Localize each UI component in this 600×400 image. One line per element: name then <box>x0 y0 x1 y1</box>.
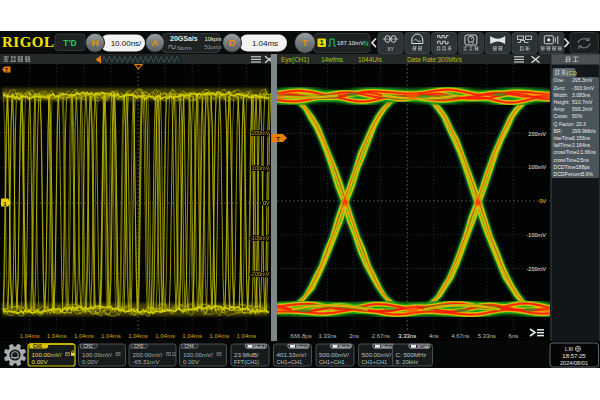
svg-text:1.33ns: 1.33ns <box>319 333 337 339</box>
svg-text:10kpts: 10kpts <box>204 36 221 42</box>
svg-text:4.67ns: 4.67ns <box>451 333 469 339</box>
svg-text:T'D: T'D <box>63 38 76 48</box>
svg-text:CH1: CH1 <box>33 344 43 349</box>
svg-text:1.04ms: 1.04ms <box>182 333 202 339</box>
svg-text:100mV: 100mV <box>252 165 270 171</box>
svg-text:401.33mV/: 401.33mV/ <box>277 351 307 358</box>
svg-text:666.8ps: 666.8ps <box>290 333 311 339</box>
svg-text:crossTime2:: crossTime2: <box>554 157 582 163</box>
svg-text:Cross:: Cross: <box>554 113 569 119</box>
svg-text:Norm: Norm <box>177 45 192 51</box>
svg-text:1.04ms: 1.04ms <box>252 39 278 48</box>
svg-text:Math3: Math3 <box>338 344 351 349</box>
svg-text:0V: 0V <box>263 200 270 206</box>
svg-text:Ω: Ω <box>172 351 176 357</box>
svg-text:0.00V: 0.00V <box>32 358 49 365</box>
svg-text:crossTime1:: crossTime1: <box>554 149 582 155</box>
svg-text:N: N <box>364 40 369 47</box>
svg-text:BR:: BR: <box>554 128 563 134</box>
svg-text:RIGOL: RIGOL <box>2 34 55 50</box>
svg-text:295.3mV: 295.3mV <box>572 77 593 83</box>
svg-text:5ns: 5ns <box>581 157 590 163</box>
svg-text:1.04ms: 1.04ms <box>74 333 94 339</box>
svg-text:200mV: 200mV <box>528 131 546 137</box>
svg-text:1.04ms: 1.04ms <box>47 333 67 339</box>
svg-text:100mV: 100mV <box>528 164 546 170</box>
svg-text:23.98dB/: 23.98dB/ <box>234 351 259 358</box>
svg-text:T: T <box>276 136 280 142</box>
svg-text:1044UIs: 1044UIs <box>358 56 382 63</box>
svg-text:500.00mV/: 500.00mV/ <box>362 351 392 358</box>
svg-text:1.04ms: 1.04ms <box>101 333 121 339</box>
svg-text:Data Rate:300Mb/s: Data Rate:300Mb/s <box>407 56 462 63</box>
svg-text:Eye(CH1): Eye(CH1) <box>281 56 309 64</box>
svg-text:200.00mV/: 200.00mV/ <box>133 351 163 358</box>
svg-text:-100mV: -100mV <box>526 232 546 238</box>
svg-text:510.7mV: 510.7mV <box>572 99 593 105</box>
svg-text:4ns: 4ns <box>429 333 439 339</box>
svg-text:5.6%: 5.6% <box>582 171 594 177</box>
svg-text:100.00mV/: 100.00mV/ <box>32 351 62 358</box>
svg-text:-200mV: -200mV <box>526 266 546 272</box>
svg-text:2.67ns: 2.67ns <box>372 333 390 339</box>
svg-text:-65.51mV: -65.51mV <box>133 358 161 365</box>
svg-text:C: 500MHz: C: 500MHz <box>396 351 427 358</box>
svg-text:1.04ms: 1.04ms <box>128 333 148 339</box>
svg-text:187.10mV: 187.10mV <box>337 40 364 46</box>
svg-text:14wfms: 14wfms <box>321 56 343 63</box>
svg-text:Q Factor:: Q Factor: <box>554 121 575 127</box>
svg-text:T: T <box>302 37 308 48</box>
svg-text:XY: XY <box>387 46 394 52</box>
svg-text:DCDTime:: DCDTime: <box>554 164 578 170</box>
svg-text:2ns: 2ns <box>349 333 359 339</box>
svg-text:CH2: CH2 <box>83 344 93 349</box>
svg-text:1.04ms: 1.04ms <box>209 333 229 339</box>
svg-text:D: D <box>229 37 236 48</box>
svg-text:LXI: LXI <box>565 346 573 352</box>
svg-text:CH1+CH1: CH1+CH1 <box>277 359 303 365</box>
svg-text:50%: 50% <box>572 113 583 119</box>
svg-text:Math2: Math2 <box>296 344 309 349</box>
svg-text:599.2mV: 599.2mV <box>572 106 593 112</box>
svg-text:Zero:: Zero: <box>554 85 566 91</box>
svg-text:2.156ns: 2.156ns <box>572 135 591 141</box>
svg-text:188ps: 188ps <box>576 164 590 170</box>
svg-text:200mV: 200mV <box>252 130 270 136</box>
svg-text:3.083ns: 3.083ns <box>572 92 591 98</box>
svg-text:1: 1 <box>320 39 324 46</box>
svg-text:1.04ms: 1.04ms <box>155 333 175 339</box>
svg-text:100.00mV/: 100.00mV/ <box>82 351 112 358</box>
svg-text:Math1: Math1 <box>253 344 266 349</box>
svg-text:A: A <box>152 37 159 48</box>
svg-text:5.33ns: 5.33ns <box>478 333 496 339</box>
svg-text:Width:: Width: <box>554 92 568 98</box>
svg-text:500.00mV/: 500.00mV/ <box>319 351 349 358</box>
svg-text:10.00ns/: 10.00ns/ <box>111 39 142 48</box>
svg-text:100.00mV/: 100.00mV/ <box>183 351 213 358</box>
svg-text:0.00V: 0.00V <box>82 358 99 365</box>
svg-text:H: H <box>92 37 99 48</box>
svg-text:3.33ns: 3.33ns <box>398 333 416 339</box>
svg-text:1.04ms: 1.04ms <box>237 333 257 339</box>
svg-text:Height:: Height: <box>554 99 570 105</box>
svg-text:299.9Mb/s: 299.9Mb/s <box>572 128 596 134</box>
svg-text:20GSa/s: 20GSa/s <box>170 35 198 42</box>
svg-text:Amp:: Amp: <box>554 106 566 112</box>
svg-text:DCDPercent:: DCDPercent: <box>554 171 584 177</box>
svg-text:2024/08/01: 2024/08/01 <box>560 360 588 366</box>
svg-text:CH4: CH4 <box>184 344 194 349</box>
svg-text:1.66ns: 1.66ns <box>581 149 597 155</box>
svg-text:Math4: Math4 <box>381 344 394 349</box>
svg-text:CH1+CH1: CH1+CH1 <box>319 359 345 365</box>
svg-text:0.00V: 0.00V <box>183 358 200 365</box>
svg-text:-100mV: -100mV <box>250 235 270 241</box>
svg-text:RTSA: RTSA <box>417 344 429 349</box>
svg-text:fallTime:: fallTime: <box>554 142 573 148</box>
svg-text:One:: One: <box>554 77 565 83</box>
svg-text:18:57:25: 18:57:25 <box>562 353 586 359</box>
svg-text:FFT(CH1): FFT(CH1) <box>234 359 259 365</box>
svg-text:50ps/pt: 50ps/pt <box>204 44 222 50</box>
svg-text:CH1+CH1: CH1+CH1 <box>362 359 388 365</box>
svg-text:CH3: CH3 <box>134 344 144 349</box>
svg-text:2.164ns: 2.164ns <box>572 142 591 148</box>
